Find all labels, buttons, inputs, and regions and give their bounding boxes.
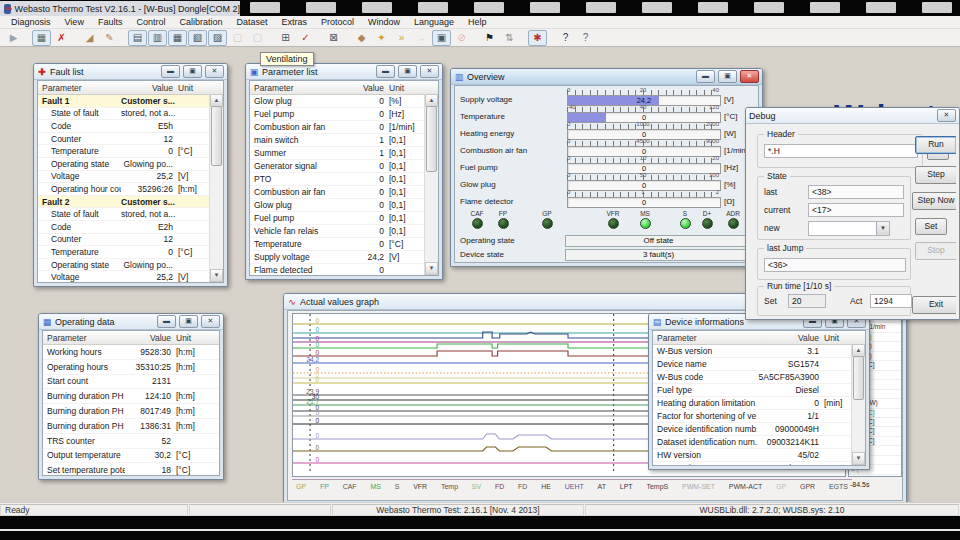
table-row[interactable]: Glow plug0[%]: [250, 95, 438, 108]
flag-icon[interactable]: ⚑: [480, 30, 499, 46]
table-row[interactable]: Burning duration PH 6...1386:31[h:m]: [43, 419, 219, 434]
menu-item-diagnosis[interactable]: Diagnosis: [4, 16, 58, 28]
legend-item-ms[interactable]: MS: [370, 483, 381, 490]
scrollbar-thumb[interactable]: [211, 106, 222, 166]
tx-rx-icon[interactable]: ⇅: [500, 30, 519, 46]
table-row[interactable]: Combustion air fan0[0,1]: [250, 186, 438, 199]
table-row[interactable]: Start count2131: [43, 375, 219, 390]
maximize-button[interactable]: ▣: [718, 70, 737, 83]
legend-item-caf[interactable]: CAF: [343, 483, 357, 490]
table-row[interactable]: W-Bus code5A5CF85A3900: [653, 371, 865, 384]
scroll-down-icon[interactable]: ▼: [425, 262, 438, 275]
table-row[interactable]: Device nameSG1574: [653, 358, 865, 371]
table-row[interactable]: Heating duration limitation0[min]: [653, 397, 865, 410]
table-row[interactable]: Voltage25,2[V]: [38, 271, 223, 283]
menu-item-protocol[interactable]: Protocol: [314, 16, 361, 28]
menu-item-dataset[interactable]: Dataset: [229, 16, 274, 28]
minimize-button[interactable]: ▬: [376, 65, 395, 78]
menu-item-window[interactable]: Window: [361, 16, 407, 28]
new-state-combobox[interactable]: ▼: [808, 221, 890, 236]
legend-item-pwm-act[interactable]: PWM-ACT: [729, 483, 762, 490]
table-row[interactable]: CodeE5h: [38, 120, 223, 133]
table-row[interactable]: State of faultstored, not a...: [38, 208, 223, 221]
overview-titlebar[interactable]: ▥ Overview ▬▣✕: [451, 69, 762, 85]
dataset-grid-icon[interactable]: ▦: [32, 30, 51, 46]
menu-item-faults[interactable]: Faults: [91, 16, 130, 28]
erase-icon[interactable]: ◢: [80, 30, 99, 46]
menu-item-calibration[interactable]: Calibration: [172, 16, 229, 28]
debug-titlebar[interactable]: Debug ✕: [746, 108, 959, 124]
column-header-unit[interactable]: Unit: [171, 333, 206, 343]
table-row[interactable]: TRS counter52: [43, 434, 219, 449]
runtime-set-field[interactable]: 20: [788, 294, 826, 308]
table-row[interactable]: main switch1[0,1]: [250, 134, 438, 147]
column-header-parameter[interactable]: Parameter: [43, 333, 125, 343]
menu-item-language[interactable]: Language: [407, 16, 461, 28]
legend-item-fd[interactable]: FD: [495, 483, 504, 490]
table-row[interactable]: Supply voltage24,2[V]: [250, 251, 438, 264]
maximize-button[interactable]: ▣: [183, 65, 202, 78]
table-row[interactable]: Counter12: [38, 234, 223, 247]
table-row[interactable]: Output temperature30,2[°C]: [43, 449, 219, 464]
legend-item-egts[interactable]: EGTS: [829, 483, 848, 490]
table-row[interactable]: Voltage25,2[V]: [38, 171, 223, 184]
legend-item-he[interactable]: HE: [541, 483, 551, 490]
minimize-button[interactable]: ▬: [696, 70, 715, 83]
set-button[interactable]: Set: [915, 218, 947, 235]
legend-item-lpt[interactable]: LPT: [620, 483, 633, 490]
table-row[interactable]: Dataset identification num...09003214K11: [653, 436, 865, 449]
overview-window-icon[interactable]: ▦: [168, 30, 187, 46]
column-header-unit[interactable]: Unit: [819, 333, 852, 343]
column-header-unit[interactable]: Unit: [173, 83, 210, 93]
close-table-icon[interactable]: ⊠: [324, 30, 343, 46]
table-row[interactable]: Glow plug0[0,1]: [250, 199, 438, 212]
table-row[interactable]: Operating stateGlowing po...: [38, 158, 223, 171]
legend-item-temp[interactable]: Temp: [441, 483, 458, 490]
table-row[interactable]: Set temperature poten...18[°C]: [43, 463, 219, 476]
legend-item-s[interactable]: S: [395, 483, 400, 490]
legend-item-fp[interactable]: FP: [320, 483, 329, 490]
run-button[interactable]: Run: [915, 136, 956, 154]
column-header-parameter[interactable]: Parameter: [38, 83, 121, 93]
table-row[interactable]: Burning duration PH 1...124:10[h:m]: [43, 389, 219, 404]
column-header-value[interactable]: Value: [125, 333, 171, 343]
table-row[interactable]: Fuel pump0[0,1]: [250, 212, 438, 225]
legend-item-temps[interactable]: TempS: [646, 483, 668, 490]
table-row[interactable]: W-Bus version3.1: [653, 345, 865, 358]
column-header-value[interactable]: Value: [757, 333, 819, 343]
column-header-value[interactable]: Value: [121, 83, 173, 93]
parameter-list-titlebar[interactable]: ▣ Parameter list ▬▣✕: [246, 64, 442, 80]
step-button[interactable]: Step: [915, 166, 956, 184]
table-row[interactable]: Fuel pump0[Hz]: [250, 108, 438, 121]
legend-item-gp[interactable]: GP: [296, 483, 306, 490]
menu-item-control[interactable]: Control: [129, 16, 172, 28]
table-row[interactable]: State of faultstored, not a...: [38, 108, 223, 121]
table-row[interactable]: CodeE2h: [38, 221, 223, 234]
table-row[interactable]: Temperature0[°C]: [250, 238, 438, 251]
close-button[interactable]: ✕: [205, 65, 224, 78]
close-button[interactable]: ✕: [740, 70, 759, 83]
minimize-button[interactable]: ▬: [161, 65, 180, 78]
table-row[interactable]: Device identification numb...09000049H: [653, 423, 865, 436]
help-icon[interactable]: ?: [556, 30, 575, 46]
menu-item-help[interactable]: Help: [461, 16, 494, 28]
table-row[interactable]: Flame detected0: [250, 264, 438, 276]
legend-item-ueht[interactable]: UEHT: [565, 483, 584, 490]
move-icon[interactable]: ✦: [372, 30, 391, 46]
maximize-button[interactable]: ▣: [179, 315, 198, 328]
step-now-button[interactable]: Step Now: [912, 192, 956, 210]
close-button[interactable]: ✕: [201, 315, 220, 328]
scroll-down-icon[interactable]: ▼: [852, 452, 865, 465]
parameter-list-window-icon[interactable]: ▥: [148, 30, 167, 46]
close-button[interactable]: ✕: [420, 65, 439, 78]
table-row[interactable]: Factor for shortening of ve...1/1: [653, 410, 865, 423]
menu-item-view[interactable]: View: [58, 16, 91, 28]
table-row[interactable]: Working hours9528:30[h:m]: [43, 345, 219, 360]
menu-item-extras[interactable]: Extras: [274, 16, 314, 28]
stop-button[interactable]: Stop: [915, 242, 956, 260]
combo-dropdown-icon[interactable]: ▼: [876, 222, 889, 235]
column-header-value[interactable]: Value: [344, 83, 384, 93]
table-row[interactable]: Vehicle fan relais0[0,1]: [250, 225, 438, 238]
debug-header-field[interactable]: *.H: [764, 144, 918, 158]
column-header-unit[interactable]: Unit: [384, 83, 425, 93]
